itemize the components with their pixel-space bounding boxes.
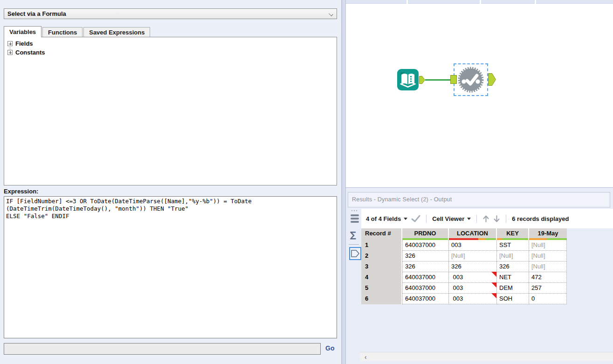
input-data-tool[interactable] — [397, 69, 419, 90]
toolbar-separator — [426, 215, 427, 223]
results-title: Results - Dynamic Select (2) - Output — [348, 192, 610, 207]
results-grid: Record # PRDNO LOCATION KEY 19-May 1 640… — [361, 228, 567, 304]
table-row: 4 640037000 003 NET 472 — [361, 272, 567, 283]
table-cell[interactable]: 640037000 — [402, 240, 449, 251]
table-cell[interactable]: 003 — [449, 272, 497, 283]
table-row: 5 640037000 003 DEM 257 — [361, 283, 567, 294]
arrow-up-icon[interactable] — [482, 215, 489, 223]
tab-variables[interactable]: Variables — [4, 26, 41, 37]
table-row: 1 640037000 003 SST [Null] — [361, 240, 567, 251]
metadata-view-icon[interactable] — [351, 214, 359, 224]
record-number-cell: 5 — [361, 283, 402, 294]
column-header-prdno[interactable]: PRDNO — [402, 228, 449, 240]
configuration-panel: Select via a Formula Variables Functions… — [0, 0, 342, 364]
table-cell[interactable]: 257 — [529, 283, 567, 294]
table-row: 2 326 [Null] [Null] [Null] — [361, 251, 567, 261]
arrow-down-icon[interactable] — [493, 215, 500, 223]
cell-viewer-label: Cell Viewer — [432, 215, 464, 222]
table-cell[interactable]: 326 — [402, 261, 449, 272]
caret-down-icon — [467, 218, 471, 220]
table-cell[interactable]: 640037000 — [402, 294, 449, 304]
table-cell[interactable]: [Null] — [497, 251, 529, 261]
record-number-cell: 3 — [361, 261, 402, 272]
quick-search-input[interactable] — [4, 343, 321, 355]
table-cell[interactable]: DEM — [497, 283, 529, 294]
expression-editor[interactable]: IF [FieldNumber] <=3 OR ToDate(DateTimeP… — [4, 196, 337, 338]
scroll-left-icon[interactable]: ‹ — [360, 353, 367, 361]
table-cell[interactable]: 003 — [449, 240, 497, 251]
selection-mode-value: Select via a Formula — [7, 10, 66, 17]
table-cell[interactable]: 472 — [529, 272, 567, 283]
dynamic-select-tool[interactable] — [456, 65, 486, 95]
apply-check-icon[interactable] — [411, 215, 420, 222]
table-cell[interactable]: 640037000 — [402, 283, 449, 294]
grid-header-row: Record # PRDNO LOCATION KEY 19-May — [361, 228, 567, 240]
record-number-cell: 6 — [361, 294, 402, 304]
output-anchor-outline-icon — [351, 250, 359, 257]
variables-tree: Fields Constants — [4, 37, 337, 185]
results-panel: Results - Dynamic Select (2) - Output ∑ … — [346, 191, 613, 364]
rail-separator — [349, 244, 359, 245]
table-cell[interactable]: SOH — [497, 294, 529, 304]
canvas-tab[interactable] — [536, 0, 613, 4]
output-anchor-icon[interactable] — [419, 76, 425, 84]
records-displayed-text: 6 records displayed — [512, 215, 569, 222]
table-cell[interactable]: [Null] — [529, 251, 567, 261]
connection-line[interactable] — [425, 79, 451, 81]
expand-plus-icon[interactable] — [7, 41, 13, 46]
table-cell[interactable]: 640037000 — [402, 272, 449, 283]
record-number-cell: 1 — [361, 240, 402, 251]
rail-overflow-dots-icon[interactable] — [351, 210, 357, 211]
toolbar-separator — [476, 215, 477, 223]
record-number-cell: 2 — [361, 251, 402, 261]
sigma-profile-icon[interactable]: ∑ — [350, 230, 356, 240]
column-header-key[interactable]: KEY — [497, 228, 529, 240]
output-anchor-icon[interactable] — [488, 73, 496, 86]
horizontal-scrollbar[interactable]: ‹ — [360, 352, 613, 361]
record-number-cell: 4 — [361, 272, 402, 283]
table-cell[interactable]: 326 — [402, 251, 449, 261]
canvas-tab[interactable] — [346, 0, 406, 4]
table-cell[interactable]: [Null] — [449, 251, 497, 261]
toolbar-separator — [506, 215, 506, 223]
table-cell[interactable]: 003 — [449, 294, 497, 304]
tree-item-constants[interactable]: Constants — [4, 48, 337, 57]
cell-viewer-dropdown[interactable]: Cell Viewer — [432, 215, 471, 222]
table-row: 3 326 326 326 [Null] — [361, 261, 567, 272]
fields-dropdown-label: 4 of 4 Fields — [366, 215, 401, 222]
canvas-top-strip — [346, 0, 613, 4]
canvas-tab[interactable] — [481, 0, 535, 4]
table-cell[interactable]: 0 — [529, 294, 567, 304]
table-cell[interactable]: 326 — [497, 261, 529, 272]
expression-helper-tabs: Variables Functions Saved Expressions — [4, 27, 150, 37]
selection-mode-dropdown[interactable]: Select via a Formula — [4, 8, 337, 19]
fields-dropdown[interactable]: 4 of 4 Fields — [366, 215, 407, 222]
output-anchor-button-selected[interactable] — [349, 247, 361, 260]
go-button[interactable]: Go — [325, 344, 334, 352]
column-header-record[interactable]: Record # — [361, 228, 402, 240]
vertical-splitter[interactable] — [342, 0, 346, 364]
workflow-canvas[interactable] — [346, 0, 613, 188]
tab-functions[interactable]: Functions — [42, 27, 83, 37]
table-row: 6 640037000 003 SOH 0 — [361, 294, 567, 304]
table-cell[interactable]: [Null] — [529, 261, 567, 272]
tab-saved-expressions[interactable]: Saved Expressions — [83, 27, 150, 37]
expression-label: Expression: — [4, 188, 38, 195]
table-cell[interactable]: SST — [497, 240, 529, 251]
column-header-location[interactable]: LOCATION — [449, 228, 497, 240]
caret-down-icon — [404, 218, 407, 220]
results-toolbar: 4 of 4 Fields Cell Viewer 6 records disp… — [361, 209, 613, 228]
canvas-tab[interactable] — [408, 0, 480, 4]
column-header-19may[interactable]: 19-May — [529, 228, 567, 240]
table-cell[interactable]: NET — [497, 272, 529, 283]
tree-connector-line — [10, 47, 10, 53]
table-cell[interactable]: 326 — [449, 261, 497, 272]
chevron-down-icon — [329, 12, 333, 16]
tree-item-label: Constants — [15, 49, 45, 56]
table-cell[interactable]: 003 — [449, 283, 497, 294]
tree-item-fields[interactable]: Fields — [4, 39, 337, 48]
table-cell[interactable]: [Null] — [529, 240, 567, 251]
tree-item-label: Fields — [15, 40, 33, 47]
